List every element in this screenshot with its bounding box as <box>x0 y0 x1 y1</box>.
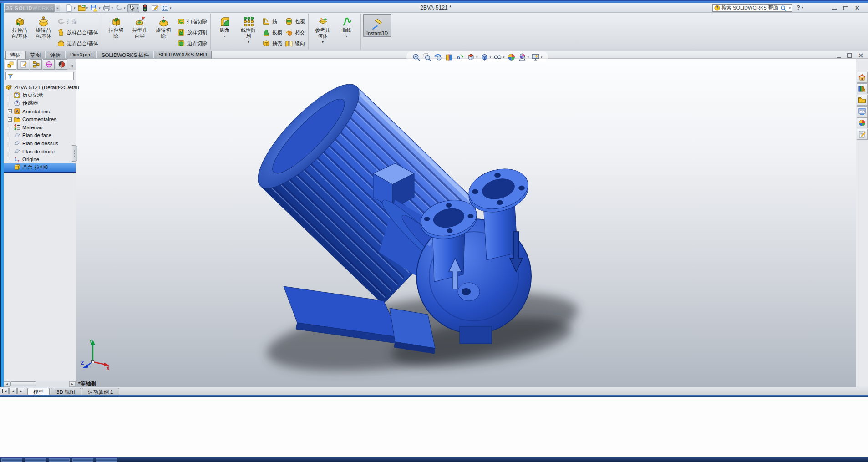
tab-3d-views[interactable]: 3D 视图 <box>51 388 81 395</box>
view-orientation-button[interactable]: ▾ <box>467 53 478 61</box>
featuremanager-tab[interactable] <box>5 59 16 70</box>
display-style-button[interactable]: ▾ <box>480 53 492 61</box>
revolved-cut-button[interactable]: 旋转切 除 <box>152 14 175 39</box>
lofted-boss-button[interactable]: 放样凸台/基体 <box>57 27 98 38</box>
rollback-bar[interactable] <box>4 172 76 173</box>
design-library-button[interactable] <box>857 83 868 94</box>
expand-icon[interactable]: + <box>8 109 12 113</box>
tab-sketch[interactable]: 草图 <box>25 51 45 59</box>
configurationmanager-tab[interactable] <box>30 59 42 70</box>
tree-item-right-plane[interactable]: Plan de droite <box>4 147 76 156</box>
tree-item-top-plane[interactable]: Plan de dessus <box>4 139 76 147</box>
reference-geometry-dropdown[interactable]: ▾ <box>322 39 324 44</box>
minimize-icon[interactable] <box>832 9 837 10</box>
file-explorer-button[interactable] <box>857 95 868 106</box>
previous-view-button[interactable] <box>434 53 442 61</box>
taskbar-button[interactable] <box>49 458 70 462</box>
view-orientation-dropdown[interactable]: ▾ <box>476 56 478 59</box>
swept-boss-button[interactable]: 扫描 <box>57 16 98 27</box>
apply-scene-dropdown[interactable]: ▾ <box>528 56 529 59</box>
extruded-cut-button[interactable]: 拉伸切 除 <box>104 14 128 39</box>
hole-wizard-button[interactable]: 异型孔 向导 <box>128 14 152 39</box>
propertymanager-tab[interactable] <box>17 59 29 70</box>
pump-3d-model[interactable] <box>76 59 856 387</box>
tree-item-material[interactable]: Materiau <box>4 123 76 132</box>
taskbar-button[interactable] <box>1 458 22 462</box>
hide-show-items-button[interactable]: ▾ <box>493 53 505 61</box>
reference-geometry-button[interactable]: 参考几 何体 ▾ <box>311 14 335 44</box>
taskbar-button[interactable] <box>96 458 117 462</box>
linear-pattern-button[interactable]: 线性阵 列 ▾ <box>237 14 260 44</box>
draft-button[interactable]: 拔模 <box>262 27 282 38</box>
tree-item-boss-extrude8[interactable]: 凸台-拉伸8 <box>4 163 76 172</box>
tab-dimxpert[interactable]: DimXpert <box>66 51 96 59</box>
appearances-button[interactable] <box>857 117 868 128</box>
view-settings-dropdown[interactable]: ▾ <box>541 56 543 59</box>
tab-evaluate[interactable]: 评估 <box>46 51 65 59</box>
section-view-button[interactable] <box>445 53 453 61</box>
boundary-boss-button[interactable]: 边界凸台/基体 <box>57 38 98 49</box>
scroll-left-icon[interactable]: ◄ <box>4 381 10 387</box>
3d-drawing-view-button[interactable]: A <box>456 53 464 61</box>
linear-pattern-dropdown[interactable]: ▾ <box>248 39 249 44</box>
tree-item-comments[interactable]: + Commentaires <box>4 115 76 123</box>
apply-scene-button[interactable]: ▾ <box>518 53 529 61</box>
search-icon[interactable] <box>780 5 787 11</box>
extruded-boss-button[interactable]: 拉伸凸 台/基体 <box>8 14 31 39</box>
panel-tabs-overflow[interactable]: » <box>71 63 76 70</box>
mirror-button[interactable]: 镜向 <box>285 38 305 49</box>
hide-show-dropdown[interactable]: ▾ <box>503 56 505 59</box>
taskbar-button[interactable] <box>25 458 46 462</box>
doc-restore-icon[interactable] <box>847 53 852 58</box>
edit-appearance-button[interactable] <box>507 53 516 61</box>
curves-button[interactable]: 曲线 ▾ <box>335 14 358 38</box>
custom-properties-button[interactable] <box>857 129 868 140</box>
scrollbar-thumb[interactable] <box>10 381 36 386</box>
view-settings-button[interactable]: ▾ <box>531 53 543 61</box>
lofted-cut-button[interactable]: 放样切割 <box>177 27 207 38</box>
tab-model[interactable]: 模型 <box>27 388 50 395</box>
panel-horizontal-scrollbar[interactable]: ◄ ► <box>4 381 76 387</box>
revolved-boss-button[interactable]: 旋转凸 台/基体 <box>31 14 55 39</box>
search-box[interactable]: ? 搜索 SOLIDWORKS 帮助 ▾ <box>712 4 792 12</box>
tree-filter-bar[interactable] <box>5 72 74 80</box>
help-dropdown[interactable]: ▾ <box>802 6 803 10</box>
next-tab-icon[interactable]: ► <box>17 388 25 394</box>
expand-icon[interactable]: + <box>8 117 12 122</box>
tab-solidworks-addins[interactable]: SOLIDWORKS 插件 <box>97 51 153 59</box>
swept-cut-button[interactable]: 扫描切除 <box>177 16 207 27</box>
tree-item-front-plane[interactable]: Plan de face <box>4 132 76 140</box>
doc-close-icon[interactable]: ✕ <box>858 52 863 59</box>
home-tab-button[interactable] <box>857 72 868 83</box>
fillet-dropdown[interactable]: ▾ <box>224 33 226 38</box>
intersect-button[interactable]: 相交 <box>285 27 305 38</box>
tab-motion-study[interactable]: 运动算例 1 <box>82 388 119 395</box>
boundary-cut-button[interactable]: 边界切除 <box>177 38 207 49</box>
tree-item-origin[interactable]: Origine <box>4 155 76 163</box>
dimxpertmanager-tab[interactable] <box>43 59 55 70</box>
tab-solidworks-mbd[interactable]: SOLIDWORKS MBD <box>154 51 212 59</box>
curves-dropdown[interactable]: ▾ <box>345 33 347 38</box>
restore-icon[interactable] <box>843 6 848 10</box>
instant3d-button[interactable]: Instant3D <box>363 14 391 37</box>
fillet-button[interactable]: 圆角 ▾ <box>213 14 237 38</box>
first-tab-icon[interactable]: ◄ <box>1 388 9 394</box>
shell-button[interactable]: 抽壳 <box>262 38 282 49</box>
tab-features[interactable]: 特征 <box>5 51 25 59</box>
zoom-to-fit-button[interactable] <box>412 53 421 61</box>
panel-splitter-grip[interactable] <box>72 145 77 162</box>
doc-minimize-icon[interactable] <box>837 57 841 58</box>
display-style-dropdown[interactable]: ▾ <box>490 56 492 59</box>
taskbar-button[interactable] <box>72 458 93 462</box>
scroll-right-icon[interactable]: ► <box>69 381 76 387</box>
tree-root-part[interactable]: 2BVA-5121 (Défaut<<Défau <box>4 83 76 91</box>
displaymanager-tab[interactable] <box>56 59 67 70</box>
search-dropdown[interactable]: ▾ <box>789 6 791 10</box>
tree-item-annotations[interactable]: + A Annotations <box>4 107 76 116</box>
help-button[interactable]: ?▾ <box>797 4 803 11</box>
tree-item-history[interactable]: 历史记录 <box>4 91 76 100</box>
view-palette-button[interactable] <box>857 106 868 117</box>
rib-button[interactable]: 筋 <box>262 16 282 27</box>
close-icon[interactable]: ✕ <box>855 5 860 11</box>
graphics-viewport[interactable]: Y X Z <box>76 59 856 387</box>
